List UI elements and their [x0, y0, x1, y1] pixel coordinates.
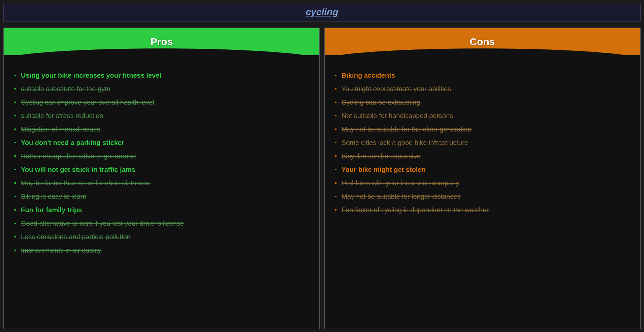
list-item: You might overestimate your abilities [335, 82, 630, 96]
list-item: Good alternative to cars if you lost you… [14, 217, 309, 230]
list-item: suitable for stress reduction [14, 109, 309, 122]
list-item: May be faster than a car for short dista… [14, 176, 309, 190]
page-title: cycling [306, 7, 338, 17]
list-item: suitable substitute for the gym [14, 82, 309, 96]
list-item: May not be suitable for the older genera… [335, 122, 630, 136]
cons-title: Cons [470, 36, 495, 47]
list-item: Cycling can be exhausting [335, 96, 630, 109]
cons-panel: Cons Biking accidentsYou might overestim… [324, 28, 641, 329]
list-item: Cycling can improve your overall health … [14, 96, 309, 109]
list-item: Using your bike increases your fitness l… [14, 69, 309, 82]
list-item: Bicycles can be expensive [335, 149, 630, 163]
list-item: May not be suitable for longer distances [335, 190, 630, 203]
cons-list: Biking accidentsYou might overestimate y… [335, 69, 630, 217]
pros-panel-body: Using your bike increases your fitness l… [4, 59, 319, 264]
list-item: Less emissions and particle pollution [14, 230, 309, 244]
list-item: Problems with your insurance company [335, 176, 630, 190]
pros-panel-header: Pros [4, 28, 319, 55]
list-item: Not suitable for handicapped persons [335, 109, 630, 122]
list-item: Your bike might get stolen [335, 163, 630, 176]
list-item: Fun for family trips [14, 203, 309, 217]
list-item: Rather cheap alternative to get around [14, 149, 309, 163]
list-item: Biking accidents [335, 69, 630, 82]
list-item: Fun factor of cycling is dependent on th… [335, 203, 630, 217]
list-item: Mitigation of mental issues [14, 122, 309, 136]
list-item: Improvements in air quality [14, 244, 309, 257]
cons-panel-body: Biking accidentsYou might overestimate y… [325, 59, 640, 223]
list-item: Biking is easy to learn [14, 190, 309, 203]
main-content: Pros Using your bike increases your fitn… [0, 24, 644, 332]
pros-list: Using your bike increases your fitness l… [14, 69, 309, 257]
list-item: Some cities lack a good bike infrastruct… [335, 136, 630, 149]
list-item: You don't need a parking sticker [14, 136, 309, 149]
list-item: You will not get stuck in traffic jams [14, 163, 309, 176]
pros-title: Pros [151, 36, 173, 47]
header: cycling [3, 3, 641, 22]
cons-panel-header: Cons [325, 28, 640, 55]
pros-panel: Pros Using your bike increases your fitn… [3, 28, 320, 329]
